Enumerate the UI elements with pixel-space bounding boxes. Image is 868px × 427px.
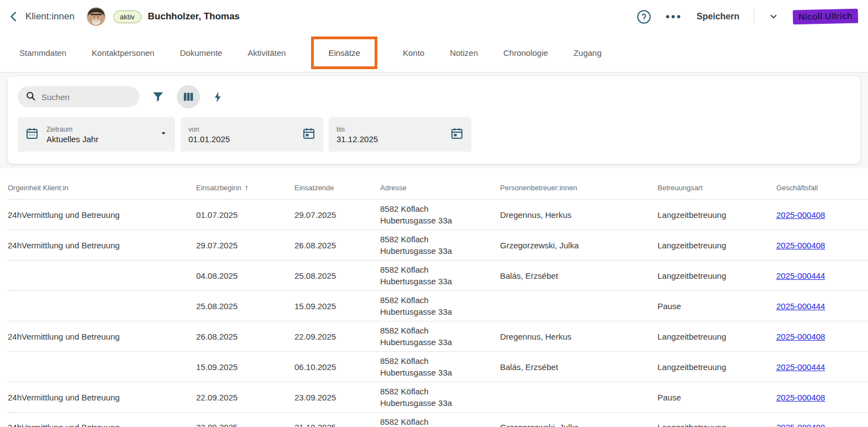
cell-betreuungsart: Langzeitbetreuung	[657, 332, 776, 341]
column-header-einsatzende[interactable]: Einsatzende	[294, 184, 380, 192]
geschaeftsfall-link[interactable]: 2025-000444	[776, 362, 825, 372]
einsaetze-table: Orgeinheit Klient:in Einsatzbeginn ↑ Ein…	[0, 176, 868, 427]
cell-einsatzbeginn: 01.07.2025	[196, 210, 294, 220]
cell-adresse: 8582 Köflach Hubertusgasse 33a	[380, 386, 500, 409]
back-chevron-icon	[8, 11, 20, 23]
cell-orgeinheit: 24hVermittlung und Betreuung	[8, 332, 196, 341]
geschaeftsfall-link[interactable]: 2025-000408	[776, 423, 825, 427]
table-row[interactable]: 24hVermittlung und Betreuung 23.09.2025 …	[8, 412, 868, 427]
table-row[interactable]: 15.09.2025 06.10.2025 8582 Köflach Huber…	[8, 351, 868, 382]
zeitraum-value: Aktuelles Jahr	[46, 134, 98, 144]
table-row[interactable]: 25.08.2025 15.09.2025 8582 Köflach Huber…	[8, 290, 868, 321]
dropdown-caret-icon	[160, 129, 167, 139]
cell-geschaeftsfall: 2025-000408	[776, 241, 868, 250]
geschaeftsfall-link[interactable]: 2025-000408	[776, 241, 825, 250]
cell-einsatzbeginn: 15.09.2025	[196, 362, 294, 372]
bis-date-field[interactable]: bis 31.12.2025	[329, 117, 471, 152]
calendar-picker-icon[interactable]	[450, 127, 464, 142]
cell-betreuungsart: Langzeitbetreuung	[657, 423, 776, 427]
user-menu[interactable]: Nicoll Ullrich	[793, 9, 858, 24]
cell-einsatzbeginn: 23.09.2025	[196, 423, 294, 427]
cell-personenbetreuer: Dregennus, Herkus	[500, 210, 657, 220]
cell-orgeinheit: 24hVermittlung und Betreuung	[8, 423, 196, 427]
tab-aktivitäten[interactable]: Aktivitäten	[248, 48, 286, 58]
cell-geschaeftsfall: 2025-000408	[776, 210, 868, 220]
cell-personenbetreuer: Dregennus, Herkus	[500, 332, 657, 341]
tab-konto[interactable]: Konto	[403, 48, 424, 58]
page-title-client-name: Buchholzer, Thomas	[148, 11, 240, 22]
cell-personenbetreuer: Grzegorzewski, Julka	[500, 241, 657, 250]
top-header: Klient:innen aktiv Buchholzer, Thomas	[0, 0, 868, 33]
filter-funnel-icon[interactable]	[151, 90, 165, 103]
table-row[interactable]: 24hVermittlung und Betreuung 26.08.2025 …	[8, 321, 868, 351]
cell-adresse: 8582 Köflach Hubertusgasse 33a	[380, 233, 500, 257]
save-button[interactable]: Speichern	[697, 12, 739, 22]
geschaeftsfall-link[interactable]: 2025-000408	[776, 210, 825, 220]
cell-einsatzende: 22.09.2025	[294, 332, 380, 341]
cell-betreuungsart: Langzeitbetreuung	[657, 362, 776, 372]
cell-orgeinheit: 24hVermittlung und Betreuung	[8, 393, 196, 402]
tab-stammdaten[interactable]: Stammdaten	[19, 48, 66, 58]
cell-geschaeftsfall: 2025-000408	[776, 423, 868, 427]
table-body: 24hVermittlung und Betreuung 01.07.2025 …	[8, 199, 868, 427]
tab-chronologie[interactable]: Chronologie	[503, 48, 548, 58]
column-header-einsatzbeginn[interactable]: Einsatzbeginn ↑	[196, 183, 294, 192]
zeitraum-select[interactable]: Zeitraum Aktuelles Jahr	[18, 117, 175, 152]
cell-adresse: 8582 Köflach Hubertusgasse 33a	[380, 294, 500, 317]
back-button[interactable]: Klient:innen	[8, 11, 75, 23]
cell-einsatzende: 29.07.2025	[294, 210, 380, 220]
cell-einsatzbeginn: 04.08.2025	[196, 271, 294, 280]
filter-card: Zeitraum Aktuelles Jahr von 01.01.2025	[8, 76, 860, 164]
tab-einsätze[interactable]: Einsätze	[311, 37, 377, 69]
cell-geschaeftsfall: 2025-000408	[776, 393, 868, 402]
cell-adresse: 8582 Köflach Hubertusgasse 33a	[380, 355, 500, 378]
table-row[interactable]: 04.08.2025 25.08.2025 8582 Köflach Huber…	[8, 260, 868, 290]
cell-betreuungsart: Pause	[657, 301, 776, 311]
von-label: von	[188, 126, 230, 133]
tab-notizen[interactable]: Notizen	[450, 48, 478, 58]
column-header-betreuungsart[interactable]: Betreuungsart	[657, 184, 776, 192]
status-badge: aktiv	[113, 11, 141, 23]
search-box[interactable]	[18, 86, 139, 107]
geschaeftsfall-link[interactable]: 2025-000444	[776, 301, 825, 311]
cell-adresse: 8582 Köflach Hubertusgasse 33a	[380, 264, 500, 287]
chevron-down-icon[interactable]	[769, 12, 778, 22]
cell-einsatzende: 26.08.2025	[294, 241, 380, 250]
table-row[interactable]: 24hVermittlung und Betreuung 22.09.2025 …	[8, 382, 868, 412]
geschaeftsfall-link[interactable]: 2025-000408	[776, 332, 825, 341]
geschaeftsfall-link[interactable]: 2025-000408	[776, 393, 825, 402]
lightning-bolt-icon[interactable]	[212, 91, 224, 103]
columns-toggle-icon[interactable]	[177, 85, 200, 108]
von-date-field[interactable]: von 01.01.2025	[181, 117, 323, 152]
back-label[interactable]: Klient:innen	[25, 11, 75, 22]
header-divider	[754, 9, 754, 24]
cell-geschaeftsfall: 2025-000444	[776, 301, 868, 311]
cell-einsatzende: 23.09.2025	[294, 393, 380, 402]
more-options-icon[interactable]: •••	[666, 11, 682, 23]
von-value: 01.01.2025	[188, 134, 230, 144]
geschaeftsfall-link[interactable]: 2025-000444	[776, 271, 825, 280]
search-input[interactable]	[41, 92, 119, 102]
cell-geschaeftsfall: 2025-000444	[776, 271, 868, 280]
cell-einsatzende: 06.10.2025	[294, 362, 380, 372]
cell-betreuungsart: Langzeitbetreuung	[657, 241, 776, 250]
help-icon[interactable]	[636, 9, 651, 24]
cell-personenbetreuer: Balás, Erzsébet	[500, 362, 657, 372]
table-row[interactable]: 24hVermittlung und Betreuung 01.07.2025 …	[8, 199, 868, 230]
tab-dokumente[interactable]: Dokumente	[180, 48, 222, 58]
column-header-geschaeftsfall[interactable]: Geschäftsfall	[776, 184, 868, 192]
bis-value: 31.12.2025	[336, 134, 378, 144]
sort-ascending-icon[interactable]: ↑	[245, 183, 249, 192]
table-row[interactable]: 24hVermittlung und Betreuung 29.07.2025 …	[8, 230, 868, 260]
cell-betreuungsart: Langzeitbetreuung	[657, 210, 776, 220]
column-header-orgeinheit[interactable]: Orgeinheit Klient:in	[8, 184, 196, 192]
client-avatar[interactable]	[87, 7, 106, 26]
tab-zugang[interactable]: Zugang	[574, 48, 602, 58]
calendar-picker-icon[interactable]	[302, 127, 315, 142]
column-header-personenbetreuer[interactable]: Personenbetreuer:innen	[500, 184, 657, 192]
cell-einsatzbeginn: 26.08.2025	[196, 332, 294, 341]
column-header-adresse[interactable]: Adresse	[380, 184, 500, 192]
tab-kontaktpersonen[interactable]: Kontaktpersonen	[92, 48, 154, 58]
zeitraum-label: Zeitraum	[46, 126, 98, 133]
cell-betreuungsart: Langzeitbetreuung	[657, 271, 776, 280]
